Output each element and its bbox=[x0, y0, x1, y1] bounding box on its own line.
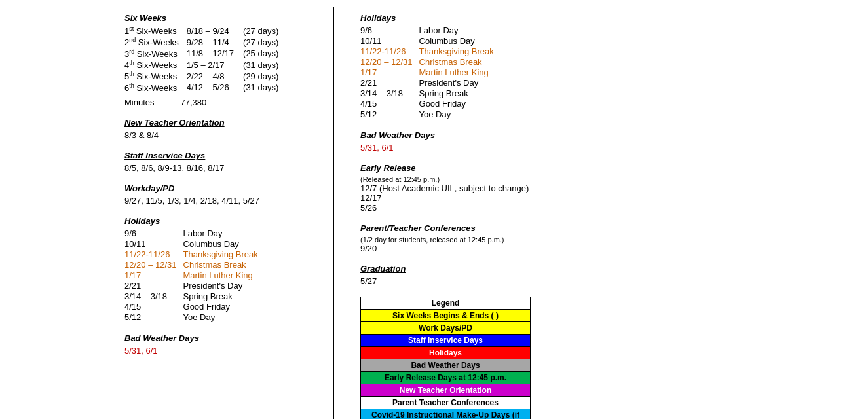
table-row: 2/21 President's Day bbox=[360, 78, 500, 88]
new-teacher-orientation-section: New Teacher Orientation 8/3 & 8/4 bbox=[124, 118, 320, 140]
legend-row: Work Days/PD bbox=[361, 322, 531, 335]
table-row: 6th Six-Weeks 4/12 – 5/26 (31 days) bbox=[124, 82, 282, 94]
table-row: 5/12 Yoe Day bbox=[360, 109, 500, 120]
left-panel: Six Weeks 1st Six-Weeks 8/18 – 9/24 (27 … bbox=[0, 7, 334, 419]
holiday-date: 5/12 bbox=[360, 109, 419, 120]
legend-item: Bad Weather Days bbox=[361, 359, 531, 372]
six-weeks-dates: 1/5 – 2/17 bbox=[187, 60, 238, 71]
table-row: 1/17 Martin Luther King bbox=[360, 67, 500, 78]
graduation-section: Graduation 5/27 bbox=[360, 264, 855, 286]
new-teacher-orientation-title: New Teacher Orientation bbox=[124, 118, 320, 128]
legend-row: Holidays bbox=[361, 347, 531, 359]
six-weeks-label: 4th Six-Weeks bbox=[124, 60, 187, 71]
holiday-name: Labor Day bbox=[419, 26, 500, 36]
legend-row: Bad Weather Days bbox=[361, 359, 531, 372]
staff-inservice-section: Staff Inservice Days 8/5, 8/6, 8/9-13, 8… bbox=[124, 151, 320, 173]
legend-row: Staff Inservice Days bbox=[361, 335, 531, 347]
holiday-name: Martin Luther King bbox=[183, 270, 265, 281]
table-row: 9/6 Labor Day bbox=[360, 26, 500, 36]
six-weeks-dates: 4/12 – 5/26 bbox=[187, 82, 238, 94]
table-row: 4/15 Good Friday bbox=[124, 302, 265, 312]
parent-teacher-section: Parent/Teacher Conferences (1/2 day for … bbox=[360, 223, 855, 253]
table-row: 3rd Six-Weeks 11/8 – 12/17 (25 days) bbox=[124, 48, 282, 60]
table-row: 3/14 – 3/18 Spring Break bbox=[124, 291, 265, 302]
left-holidays-section: Holidays 9/6 Labor Day 10/11 Columbus Da… bbox=[124, 216, 320, 323]
minutes-label: Minutes bbox=[124, 98, 155, 107]
six-weeks-label: 3rd Six-Weeks bbox=[124, 48, 187, 60]
six-weeks-label: 5th Six-Weeks bbox=[124, 71, 187, 82]
list-item: 12/17 bbox=[360, 193, 855, 203]
workday-pd-section: Workday/PD 9/27, 11/5, 1/3, 1/4, 2/18, 4… bbox=[124, 183, 320, 206]
legend-item: Holidays bbox=[361, 347, 531, 359]
legend-item: New Teacher Orientation bbox=[361, 384, 531, 397]
legend-item: Parent Teacher Conferences bbox=[361, 397, 531, 409]
six-weeks-days: (29 days) bbox=[238, 71, 282, 82]
table-row: 9/6 Labor Day bbox=[124, 228, 265, 239]
left-holidays-table: 9/6 Labor Day 10/11 Columbus Day 11/22-1… bbox=[124, 228, 265, 323]
holiday-date: 1/17 bbox=[360, 67, 419, 78]
right-bad-weather-section: Bad Weather Days 5/31, 6/1 bbox=[360, 130, 855, 153]
staff-inservice-title: Staff Inservice Days bbox=[124, 151, 320, 160]
holiday-date: 10/11 bbox=[360, 36, 419, 46]
table-row: 5th Six-Weeks 2/22 – 4/8 (29 days) bbox=[124, 71, 282, 82]
holiday-name: Thanksgiving Break bbox=[419, 46, 500, 57]
holiday-name: Good Friday bbox=[419, 99, 500, 109]
holiday-date: 11/22-11/26 bbox=[360, 46, 419, 57]
legend-row: Parent Teacher Conferences bbox=[361, 397, 531, 409]
early-release-subtitle: (Released at 12:45 p.m.) bbox=[360, 175, 855, 183]
six-weeks-days: (25 days) bbox=[238, 48, 282, 60]
right-holidays-table: 9/6 Labor Day 10/11 Columbus Day 11/22-1… bbox=[360, 26, 500, 120]
six-weeks-label: 6th Six-Weeks bbox=[124, 82, 187, 94]
early-release-title: Early Release bbox=[360, 163, 855, 173]
early-release-section: Early Release (Released at 12:45 p.m.) 1… bbox=[360, 163, 855, 213]
holiday-date: 10/11 bbox=[124, 239, 183, 249]
six-weeks-label: 1st Six-Weeks bbox=[124, 26, 187, 37]
holiday-name: Columbus Day bbox=[419, 36, 500, 46]
holiday-date: 11/22-11/26 bbox=[124, 249, 183, 260]
holiday-name: Columbus Day bbox=[183, 239, 265, 249]
holiday-name: Thanksgiving Break bbox=[183, 249, 265, 260]
six-weeks-days: (31 days) bbox=[238, 60, 282, 71]
early-release-dates: 12/7 (Host Academic UIL, subject to chan… bbox=[360, 183, 855, 213]
legend-row: Six Weeks Begins & Ends ( ) bbox=[361, 310, 531, 322]
six-weeks-days: (31 days) bbox=[238, 82, 282, 94]
table-row: 2/21 President's Day bbox=[124, 281, 265, 291]
six-weeks-label: 2nd Six-Weeks bbox=[124, 37, 187, 48]
left-bad-weather-title: Bad Weather Days bbox=[124, 333, 320, 343]
holiday-date: 1/17 bbox=[124, 270, 183, 281]
holiday-name: Spring Break bbox=[419, 88, 500, 99]
graduation-title: Graduation bbox=[360, 264, 855, 274]
graduation-date: 5/27 bbox=[360, 276, 855, 286]
right-panel: Holidays 9/6 Labor Day 10/11 Columbus Da… bbox=[334, 7, 868, 419]
holiday-date: 9/6 bbox=[124, 228, 183, 239]
six-weeks-days: (27 days) bbox=[238, 37, 282, 48]
right-bad-weather-dates: 5/31, 6/1 bbox=[360, 143, 855, 153]
table-row: 5/12 Yoe Day bbox=[124, 312, 265, 323]
workday-pd-dates: 9/27, 11/5, 1/3, 1/4, 2/18, 4/11, 5/27 bbox=[124, 196, 320, 206]
table-row: 10/11 Columbus Day bbox=[124, 239, 265, 249]
workday-pd-title: Workday/PD bbox=[124, 183, 320, 193]
holiday-date: 2/21 bbox=[360, 78, 419, 88]
six-weeks-title: Six Weeks bbox=[124, 13, 320, 23]
six-weeks-dates: 2/22 – 4/8 bbox=[187, 71, 238, 82]
legend-row: Covid-19 Instructional Make-Up Days (if … bbox=[361, 409, 531, 420]
legend-header: Legend bbox=[361, 297, 531, 310]
legend-item: Work Days/PD bbox=[361, 322, 531, 335]
minutes-row: Minutes 77,380 bbox=[124, 98, 320, 107]
list-item: 12/7 (Host Academic UIL, subject to chan… bbox=[360, 183, 855, 193]
legend-item: Staff Inservice Days bbox=[361, 335, 531, 347]
holiday-date: 3/14 – 3/18 bbox=[360, 88, 419, 99]
new-teacher-orientation-dates: 8/3 & 8/4 bbox=[124, 130, 320, 140]
holiday-date: 2/21 bbox=[124, 281, 183, 291]
table-row: 2nd Six-Weeks 9/28 – 11/4 (27 days) bbox=[124, 37, 282, 48]
legend-header-row: Legend bbox=[361, 297, 531, 310]
list-item: 5/26 bbox=[360, 203, 855, 213]
left-holidays-title: Holidays bbox=[124, 216, 320, 226]
right-bad-weather-title: Bad Weather Days bbox=[360, 130, 855, 140]
holiday-date: 12/20 – 12/31 bbox=[124, 260, 183, 270]
holiday-date: 5/12 bbox=[124, 312, 183, 323]
left-bad-weather-section: Bad Weather Days 5/31, 6/1 bbox=[124, 333, 320, 355]
legend-row: New Teacher Orientation bbox=[361, 384, 531, 397]
holiday-name: Yoe Day bbox=[183, 312, 265, 323]
holiday-name: Spring Break bbox=[183, 291, 265, 302]
